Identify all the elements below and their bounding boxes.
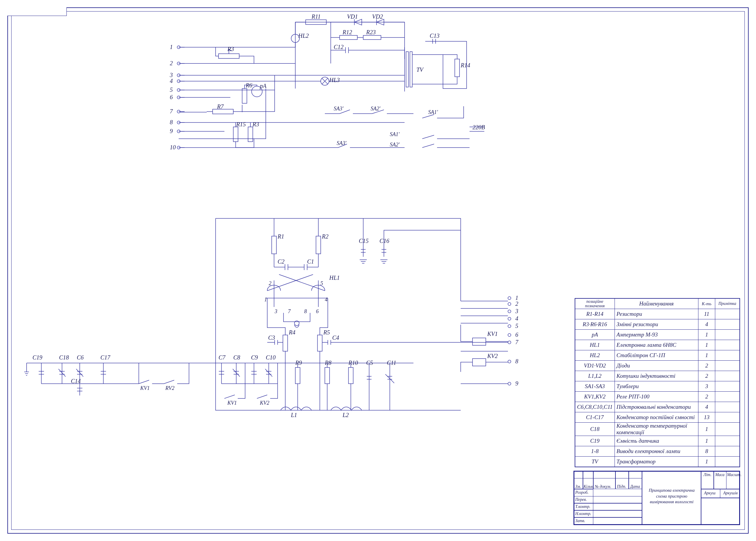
bom-row: KV1,KV2 Реле РПТ-100 2 — [575, 392, 740, 402]
lbl-p6: 6 — [316, 308, 319, 314]
bom-row: С6,С8,С10,С11 Підстроювальні конденсатор… — [575, 402, 740, 412]
lbl-R14: R14 — [461, 62, 470, 69]
lbl-C15: C15 — [359, 238, 369, 245]
bom-pos: TV — [575, 457, 615, 467]
upper-terminal-1: 1 — [170, 44, 173, 51]
tb-rozrob: Розроб. — [575, 490, 589, 495]
lbl-R1: R1 — [278, 233, 284, 240]
bom-pos: С1-С17 — [575, 412, 615, 423]
tb-data: Дата — [630, 484, 640, 489]
bom-note — [715, 392, 740, 402]
lbl-C6: C6 — [77, 354, 84, 361]
lbl-C9: C9 — [251, 354, 258, 361]
bom-name: Трансформатор — [615, 457, 698, 467]
upper-terminal-4: 4 — [170, 78, 173, 84]
bom-qty: 2 — [698, 392, 715, 402]
lbl-p3: 3 — [275, 308, 277, 314]
svg-point-44 — [508, 296, 511, 299]
lbl-SA1b: SA1' — [390, 131, 400, 138]
lbl-KV1c: KV1 — [487, 330, 498, 337]
bom-pos: 1-8 — [575, 446, 615, 457]
bom-qty: 1 — [698, 350, 715, 361]
lower-terminal-6: 6 — [515, 331, 518, 338]
lbl-HL1: HL1 — [329, 274, 340, 281]
bom-name: Тумблери — [615, 381, 698, 392]
bom-row: С1-С17 Конденсатор постійної ємності 13 — [575, 412, 740, 423]
lbl-TV: TV — [416, 66, 423, 73]
bom-note — [715, 402, 740, 412]
title-block: Зм. Кільк. № докум. Підп. Дата Розроб. П… — [573, 471, 740, 525]
bom-pos: KV1,KV2 — [575, 392, 615, 402]
upper-terminal-9: 9 — [170, 128, 173, 135]
lbl-R15: R15 — [236, 121, 246, 128]
bom-pos: HL2 — [575, 350, 615, 361]
upper-terminal-8: 8 — [170, 119, 173, 126]
lbl-C12: C12 — [334, 44, 343, 51]
bom-qty: 1 — [698, 457, 715, 467]
lbl-p8: 8 — [304, 308, 307, 314]
drawing-title: Принципова електрична схема пристрою вим… — [644, 488, 699, 505]
svg-point-46 — [508, 310, 511, 313]
svg-rect-14 — [272, 236, 276, 254]
lower-terminal-9: 9 — [515, 380, 518, 387]
bom-qty: 4 — [698, 402, 715, 412]
lbl-220V: 220В — [473, 124, 485, 131]
bom-name: Котушки індуктивності — [615, 371, 698, 381]
lower-terminal-4: 4 — [515, 315, 518, 322]
svg-point-48 — [508, 325, 511, 327]
bom-pos: HL1 — [575, 340, 615, 350]
svg-rect-12 — [410, 52, 412, 87]
bom-row: С18 Конденсатор температурної компенсаці… — [575, 423, 740, 436]
lbl-pA: pA — [260, 83, 266, 89]
svg-rect-19 — [295, 367, 300, 384]
bom-hd-qty: К-ть — [698, 298, 715, 309]
lbl-C10: C10 — [266, 354, 276, 361]
tb-nkontr: Н.контр. — [575, 511, 591, 516]
svg-point-47 — [508, 317, 511, 320]
svg-point-49 — [508, 333, 511, 336]
svg-rect-21 — [348, 367, 353, 384]
lbl-SA2b: SA2' — [390, 142, 400, 148]
bom-pos: VD1·VD2 — [575, 361, 615, 371]
bom-row: С19 Ємність датчика 1 — [575, 436, 740, 446]
svg-rect-23 — [473, 358, 486, 366]
lbl-C18: C18 — [59, 354, 69, 361]
bom-name: Конденсатор постійної ємності — [615, 412, 698, 423]
bom-row: R3·R6·R16 Змінні резистори 4 — [575, 319, 740, 330]
lbl-R12: R12 — [343, 29, 352, 36]
bom-name: Резистори — [615, 309, 698, 319]
bom-note — [715, 371, 740, 381]
tb-zm: Зм. — [575, 484, 581, 489]
tb-masa: Маса — [715, 472, 724, 477]
bom-row: VD1·VD2 Діоди 2 — [575, 361, 740, 371]
lbl-C11: C11 — [387, 359, 396, 366]
lbl-C19: C19 — [32, 354, 42, 361]
lbl-KV1a: KV1 — [140, 385, 150, 391]
lbl-R6: R6 — [246, 82, 252, 89]
svg-point-50 — [508, 341, 511, 344]
bom-row: 1-8 Виводи електронної лампи 8 — [575, 446, 740, 457]
lbl-R8: R8 — [325, 359, 331, 366]
svg-point-52 — [508, 382, 511, 385]
upper-terminal-7: 7 — [170, 108, 173, 115]
lbl-HL2: HL2 — [298, 32, 309, 39]
bom-pos: R3·R6·R16 — [575, 319, 615, 330]
tb-pidp: Підп. — [617, 484, 626, 489]
bom-qty: 11 — [698, 309, 715, 319]
lbl-R4: R4 — [289, 329, 295, 336]
bom-pos: R1-R14 — [575, 309, 615, 319]
upper-terminal-5: 5 — [170, 87, 173, 93]
lbl-VD2: VD2 — [372, 13, 383, 20]
bom-name: Електронна лампа 6Н8С — [615, 340, 698, 350]
bom-note — [715, 446, 740, 457]
lbl-C8: C8 — [233, 354, 240, 361]
bom-name: Змінні резистори — [615, 319, 698, 330]
lbl-VD1: VD1 — [347, 13, 358, 20]
bom-header-row: позиційне позначення Найменування К-ть П… — [575, 298, 740, 309]
bom-row: HL2 Стабілітрон СГ-1П 1 — [575, 350, 740, 361]
bom-qty: 2 — [698, 361, 715, 371]
bom-name: Конденсатор температурної компенсації — [615, 423, 698, 436]
lbl-p5: 5 — [320, 280, 323, 286]
lbl-KV1b: KV1 — [227, 400, 237, 406]
tb-tkontr: Т.контр. — [575, 504, 590, 509]
